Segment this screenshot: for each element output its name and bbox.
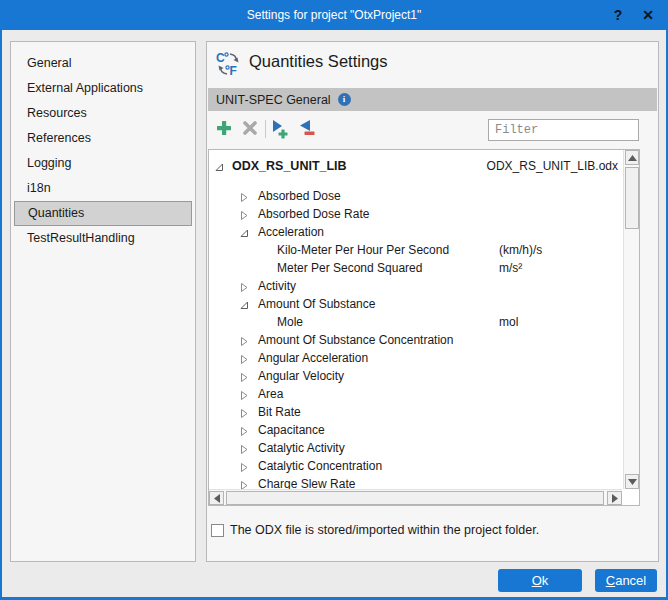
section-header: UNIT-SPEC General i — [208, 88, 657, 111]
page-title: Quantities Settings — [249, 52, 388, 71]
expander-collapsed-icon[interactable] — [240, 461, 249, 470]
tree-row[interactable]: Amount Of Substance — [209, 295, 623, 313]
sidebar-item-logging[interactable]: Logging — [14, 151, 192, 176]
sidebar-item-quantities[interactable]: Quantities — [14, 201, 192, 226]
section-label: UNIT-SPEC General — [216, 93, 331, 107]
expander-expanded-icon[interactable] — [240, 299, 249, 308]
svg-text:C: C — [216, 51, 225, 65]
tree-row-label: Activity — [258, 279, 296, 293]
tree-row[interactable]: Angular Acceleration — [209, 349, 623, 367]
svg-text:F: F — [230, 64, 237, 78]
tree-rows: ODX_RS_UNIT_LIBODX_RS_UNIT_LIB.odxAbsorb… — [209, 150, 623, 489]
tree-row-label: Capacitance — [258, 423, 325, 437]
expander-collapsed-icon[interactable] — [240, 353, 249, 362]
tree-row-label: Catalytic Activity — [258, 441, 345, 455]
unit-tree: ODX_RS_UNIT_LIBODX_RS_UNIT_LIB.odxAbsorb… — [208, 149, 640, 506]
sidebar-nav: GeneralExternal ApplicationsResourcesRef… — [10, 41, 196, 562]
tree-row-label: Absorbed Dose — [258, 189, 341, 203]
expander-collapsed-icon[interactable] — [240, 209, 249, 218]
help-button[interactable]: ? — [604, 0, 632, 30]
ok-button[interactable]: Ok — [498, 569, 582, 592]
tree-row-label: Angular Acceleration — [258, 351, 368, 365]
cancel-button[interactable]: Cancel — [595, 569, 657, 592]
tree-row[interactable]: Molemol — [209, 313, 623, 331]
expander-collapsed-icon[interactable] — [240, 407, 249, 416]
delete-icon[interactable] — [241, 119, 261, 139]
horizontal-scroll-thumb[interactable] — [226, 491, 604, 505]
tree-row-label: Amount Of Substance Concentration — [258, 333, 453, 347]
expander-collapsed-icon[interactable] — [240, 335, 249, 344]
filter-input[interactable] — [488, 119, 639, 141]
tree-row[interactable]: Meter Per Second Squaredm/s² — [209, 259, 623, 277]
tree-row[interactable]: Area — [209, 385, 623, 403]
window-title: Settings for project "OtxProject1" — [0, 0, 668, 30]
tree-row-label: Area — [258, 387, 283, 401]
odx-stored-row: The ODX file is stored/imported within t… — [211, 523, 539, 537]
close-button[interactable]: ✕ — [634, 0, 662, 30]
horizontal-scrollbar[interactable] — [209, 489, 622, 505]
expander-expanded-icon[interactable] — [240, 227, 249, 236]
remove-unitspec-icon[interactable] — [296, 119, 316, 139]
tree-row[interactable]: Acceleration — [209, 223, 623, 241]
tree-row[interactable]: ODX_RS_UNIT_LIBODX_RS_UNIT_LIB.odx — [209, 153, 623, 179]
tree-row-label: Acceleration — [258, 225, 324, 239]
scroll-left-icon[interactable] — [209, 491, 224, 505]
tree-row[interactable]: Catalytic Activity — [209, 439, 623, 457]
tree-row-label: Bit Rate — [258, 405, 301, 419]
vertical-scrollbar[interactable] — [623, 150, 639, 489]
import-unitspec-icon[interactable] — [270, 119, 290, 139]
tree-row-value: m/s² — [499, 261, 522, 275]
sidebar-item-references[interactable]: References — [14, 126, 192, 151]
tree-row-value: ODX_RS_UNIT_LIB.odx — [487, 159, 623, 173]
tree-row-label: Angular Velocity — [258, 369, 344, 383]
sidebar-item-i18n[interactable]: i18n — [14, 176, 192, 201]
sidebar-item-external-applications[interactable]: External Applications — [14, 76, 192, 101]
expander-collapsed-icon[interactable] — [240, 479, 249, 488]
odx-stored-label: The ODX file is stored/imported within t… — [230, 523, 539, 537]
expander-collapsed-icon[interactable] — [240, 425, 249, 434]
dialog-content: GeneralExternal ApplicationsResourcesRef… — [2, 30, 666, 597]
tree-row[interactable]: Catalytic Concentration — [209, 457, 623, 475]
add-icon[interactable] — [215, 119, 235, 139]
tree-row[interactable]: Angular Velocity — [209, 367, 623, 385]
tree-row-label: Kilo-Meter Per Hour Per Second — [277, 243, 449, 257]
odx-stored-checkbox[interactable] — [211, 524, 224, 537]
tree-row[interactable]: Bit Rate — [209, 403, 623, 421]
tree-row[interactable]: Absorbed Dose Rate — [209, 205, 623, 223]
scroll-down-icon[interactable] — [625, 474, 639, 489]
tree-row-value: mol — [499, 315, 518, 329]
tree-row-value: (km/h)/s — [499, 243, 542, 257]
tree-row-label: Amount Of Substance — [258, 297, 375, 311]
expander-collapsed-icon[interactable] — [240, 389, 249, 398]
tree-row[interactable]: Amount Of Substance Concentration — [209, 331, 623, 349]
scrollbar-corner — [622, 489, 639, 505]
sidebar-item-resources[interactable]: Resources — [14, 101, 192, 126]
tree-row[interactable]: Absorbed Dose — [209, 187, 623, 205]
vertical-scroll-thumb[interactable] — [625, 167, 639, 229]
toolbar — [207, 116, 658, 146]
expander-collapsed-icon[interactable] — [240, 281, 249, 290]
toolbar-separator — [265, 120, 266, 138]
scroll-up-icon[interactable] — [625, 150, 639, 165]
tree-row-label: Charge Slew Rate — [258, 477, 355, 489]
tree-row-label: Meter Per Second Squared — [277, 261, 422, 275]
tree-row-label: Mole — [277, 315, 303, 329]
expander-collapsed-icon[interactable] — [240, 443, 249, 452]
info-icon[interactable]: i — [338, 93, 351, 106]
quantities-settings-icon: C F — [215, 50, 243, 78]
main-panel: C F Quantities Settings UNIT-SPEC Genera… — [206, 41, 659, 562]
tree-row[interactable]: Capacitance — [209, 421, 623, 439]
expander-collapsed-icon[interactable] — [240, 191, 249, 200]
expander-expanded-icon[interactable] — [215, 161, 224, 170]
titlebar: Settings for project "OtxProject1" ? ✕ — [0, 0, 668, 30]
tree-row[interactable]: Charge Slew Rate — [209, 475, 623, 489]
tree-row[interactable]: Kilo-Meter Per Hour Per Second(km/h)/s — [209, 241, 623, 259]
settings-dialog: Settings for project "OtxProject1" ? ✕ G… — [0, 0, 668, 600]
sidebar-item-testresulthandling[interactable]: TestResultHandling — [14, 226, 192, 251]
tree-row[interactable]: Activity — [209, 277, 623, 295]
scroll-right-icon[interactable] — [607, 491, 622, 505]
sidebar-item-general[interactable]: General — [14, 51, 192, 76]
tree-row-label: ODX_RS_UNIT_LIB — [232, 159, 347, 173]
tree-row-label: Catalytic Concentration — [258, 459, 382, 473]
expander-collapsed-icon[interactable] — [240, 371, 249, 380]
